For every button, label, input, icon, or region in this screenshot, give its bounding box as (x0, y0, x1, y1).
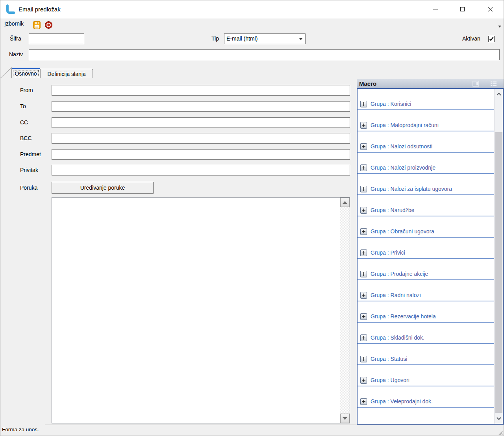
macro-group-label[interactable]: Grupa : Maloprodajni računi (371, 122, 439, 129)
aktivan-checkbox[interactable] (488, 36, 495, 42)
expand-plus-icon[interactable] (360, 398, 367, 405)
tab-osnovno-label: Osnovno (13, 70, 38, 77)
macro-group-row[interactable]: Grupa : Maloprodajni računi (358, 110, 494, 131)
expand-plus-icon[interactable] (360, 334, 367, 341)
app-logo-icon (5, 4, 15, 15)
expand-plus-icon[interactable] (360, 356, 367, 362)
macro-group-label[interactable]: Grupa : Narudžbe (371, 207, 414, 214)
sifra-input[interactable] (29, 33, 84, 44)
edit-message-button[interactable]: Uređivanje poruke (52, 182, 154, 194)
cancel-button[interactable] (44, 20, 53, 30)
macro-group-row[interactable]: Grupa : Nalozi za isplatu ugovora (358, 174, 494, 195)
macro-group-label[interactable]: Grupa : Statusi (371, 356, 407, 362)
macro-group-row[interactable]: Grupa : Nalozi proizvodnje (358, 153, 494, 174)
expand-plus-icon[interactable] (360, 101, 367, 107)
close-button[interactable] (481, 0, 499, 18)
poruka-label: Poruka (20, 183, 37, 193)
maximize-button[interactable] (453, 0, 471, 18)
macro-panel-title: Macro (359, 79, 376, 88)
minimize-button[interactable] (426, 0, 445, 18)
macro-group-row[interactable]: Grupa : Nalozi odsutnosti (358, 131, 494, 153)
chevron-down-icon[interactable] (496, 415, 502, 421)
list-view-icon[interactable] (490, 81, 497, 87)
expand-plus-icon[interactable] (360, 249, 367, 256)
macro-group-row[interactable]: Grupa : Ugovori (358, 365, 494, 386)
expand-plus-icon[interactable] (360, 377, 367, 384)
macro-group-row[interactable]: Grupa : Korisnici (358, 89, 494, 110)
macro-group-row[interactable]: Grupa : Statusi (358, 344, 494, 365)
macro-scrollbar-track[interactable] (494, 89, 503, 424)
expand-plus-icon[interactable] (360, 143, 367, 150)
macro-group-label[interactable]: Grupa : Nalozi odsutnosti (371, 143, 432, 150)
macro-group-label[interactable]: Grupa : Privici (371, 249, 405, 256)
expand-plus-icon[interactable] (360, 292, 367, 299)
message-scrollbar-track[interactable] (340, 198, 350, 423)
tip-dropdown-value: E-mail (html) (226, 34, 258, 44)
email-template-window: Email predložak Izbornik (0, 0, 504, 436)
macro-group-label[interactable]: Grupa : Obračuni ugovora (371, 228, 434, 235)
macro-group-label[interactable]: Grupa : Prodajne akcije (371, 271, 428, 277)
expand-plus-icon[interactable] (360, 271, 367, 277)
cc-label: CC (20, 117, 28, 128)
naziv-input[interactable] (29, 49, 500, 60)
cc-input[interactable] (52, 117, 350, 128)
macro-group-row[interactable]: Grupa : Rezervacije hotela (358, 301, 494, 323)
window-title: Email predložak (19, 0, 61, 18)
expand-plus-icon[interactable] (360, 207, 367, 214)
from-input[interactable] (52, 85, 350, 96)
cancel-red-icon (44, 21, 53, 29)
privitak-input[interactable] (52, 165, 350, 176)
macro-group-label[interactable]: Grupa : Nalozi proizvodnje (371, 164, 435, 171)
naziv-label: Naziv (9, 49, 23, 60)
expand-plus-icon[interactable] (360, 164, 367, 171)
scroll-down-button[interactable] (340, 414, 350, 423)
statusbar-divider (45, 425, 504, 425)
macro-group-row[interactable]: Grupa : Narudžbe (358, 195, 494, 216)
macro-rows: Grupa : Korisnici Grupa : Maloprodajni r… (358, 89, 494, 408)
save-floppy-icon (33, 21, 41, 29)
macro-group-row[interactable]: Grupa : Privici (358, 238, 494, 259)
save-button[interactable] (32, 20, 41, 30)
expand-plus-icon[interactable] (360, 122, 367, 129)
predmet-input[interactable] (52, 149, 350, 160)
tab-definicija-slanja[interactable]: Definicija slanja (40, 69, 93, 78)
to-input[interactable] (52, 101, 350, 112)
split-panel-icon[interactable] (472, 81, 479, 87)
resize-grip[interactable] (497, 430, 503, 435)
tab-definicija-slanja-label: Definicija slanja (47, 71, 85, 77)
privitak-label: Privitak (20, 165, 38, 176)
titlebar: Email predložak (0, 0, 504, 18)
scroll-up-button[interactable] (340, 198, 350, 207)
checkmark-icon (489, 36, 494, 42)
macro-group-label[interactable]: Grupa : Nalozi za isplatu ugovora (371, 186, 452, 192)
expand-plus-icon[interactable] (360, 313, 367, 320)
macro-group-label[interactable]: Grupa : Veleprodajni dok. (371, 398, 433, 405)
message-editor[interactable] (52, 197, 350, 423)
tip-label: Tip (211, 33, 219, 44)
expand-plus-icon[interactable] (360, 186, 367, 192)
arrow-up-icon (343, 201, 347, 204)
macro-group-row[interactable]: Grupa : Obračuni ugovora (358, 216, 494, 238)
toolbar: Izbornik (0, 18, 504, 31)
macro-group-label[interactable]: Grupa : Korisnici (371, 101, 411, 107)
macro-group-label[interactable]: Grupa : Rezervacije hotela (371, 313, 436, 320)
macro-group-row[interactable]: Grupa : Radni nalozi (358, 280, 494, 301)
macro-group-label[interactable]: Grupa : Ugovori (371, 377, 410, 384)
tip-dropdown[interactable]: E-mail (html) (224, 33, 306, 44)
aktivan-label: Aktivan (462, 33, 480, 44)
macro-group-row[interactable]: Grupa : Prodajne akcije (358, 259, 494, 280)
menu-izbornik[interactable]: Izbornik (4, 20, 24, 27)
bcc-input[interactable] (52, 133, 350, 144)
toolbar-overflow-icon[interactable] (498, 26, 501, 28)
macro-panel-header: Macro (357, 79, 504, 88)
macro-group-label[interactable]: Grupa : Radni nalozi (371, 292, 421, 299)
expand-plus-icon[interactable] (360, 228, 367, 235)
minimize-icon (433, 9, 438, 9)
predmet-label: Predmet (20, 149, 41, 160)
macro-group-label[interactable]: Grupa : Skladišni dok. (371, 334, 424, 341)
macro-group-row[interactable]: Grupa : Skladišni dok. (358, 323, 494, 344)
macro-group-row[interactable]: Grupa : Veleprodajni dok. (358, 386, 494, 408)
tab-osnovno[interactable]: Osnovno (11, 68, 40, 78)
macro-scrollbar-thumb[interactable] (495, 132, 502, 413)
chevron-up-icon[interactable] (496, 91, 502, 98)
